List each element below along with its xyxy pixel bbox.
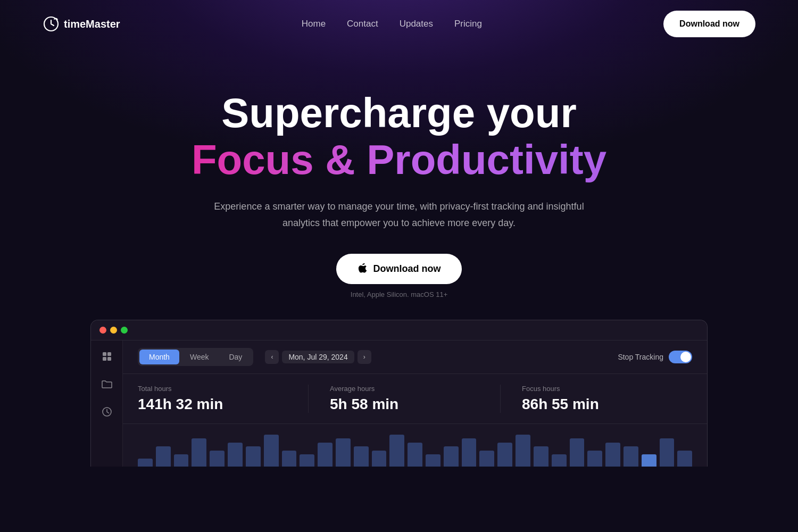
window-minimize-dot[interactable] (110, 327, 117, 334)
app-mockup: Month Week Day ‹ Mon, Jul 29, 2024 › Sto… (90, 320, 708, 467)
chart-bar (264, 435, 279, 467)
app-sidebar (91, 340, 123, 467)
chart-bar (534, 446, 548, 467)
apple-icon (358, 263, 368, 274)
nav-download-button[interactable]: Download now (663, 11, 755, 37)
chart-bar (246, 446, 261, 467)
stats-row: Total hours 141h 32 min Average hours 5h… (123, 374, 707, 424)
date-prev-button[interactable]: ‹ (265, 350, 279, 364)
stat-focus-value: 86h 55 min (522, 396, 671, 413)
date-navigation: ‹ Mon, Jul 29, 2024 › (265, 350, 371, 364)
svg-rect-1 (103, 352, 106, 356)
tab-week[interactable]: Week (180, 350, 219, 364)
stat-average-hours: Average hours 5h 58 min (308, 385, 500, 413)
chart-bar (426, 454, 440, 467)
stat-average-label: Average hours (330, 385, 479, 393)
chart-bar (605, 443, 620, 467)
sidebar-dashboard-icon[interactable] (99, 349, 114, 364)
chart-area (123, 424, 707, 467)
tracking-toggle[interactable] (669, 351, 692, 363)
stat-total-hours: Total hours 141h 32 min (138, 385, 308, 413)
app-body: Month Week Day ‹ Mon, Jul 29, 2024 › Sto… (91, 340, 707, 467)
tracking-control: Stop Tracking (618, 351, 692, 363)
chart-bar (570, 438, 585, 467)
chart-bar (624, 446, 638, 467)
sidebar-folder-icon[interactable] (99, 377, 114, 392)
hero-sub-text: Intel, Apple Silicon. macOS 11+ (0, 290, 798, 298)
navbar: timeMaster Home Contact Updates Pricing … (0, 0, 798, 48)
chart-bar (372, 451, 387, 467)
svg-rect-3 (103, 357, 106, 361)
svg-rect-4 (107, 357, 111, 361)
stat-focus-label: Focus hours (522, 385, 671, 393)
stat-total-value: 141h 32 min (138, 396, 287, 413)
stat-focus-hours: Focus hours 86h 55 min (500, 385, 692, 413)
hero-title-line2: Focus & Productivity (0, 136, 798, 184)
chart-bar (677, 451, 692, 467)
logo-text: timeMaster (64, 18, 120, 30)
chart-bar (282, 451, 297, 467)
window-close-dot[interactable] (99, 327, 106, 334)
nav-home[interactable]: Home (302, 19, 326, 29)
chart-bar (660, 438, 675, 467)
chart-bar (462, 438, 477, 467)
tab-month[interactable]: Month (139, 350, 179, 364)
window-maximize-dot[interactable] (121, 327, 128, 334)
hero-section: Supercharge your Focus & Productivity Ex… (0, 48, 798, 298)
hero-download-button[interactable]: Download now (336, 254, 462, 284)
chart-bar (138, 459, 153, 467)
svg-rect-2 (107, 352, 111, 356)
toggle-knob (680, 352, 691, 362)
chart-bar (336, 438, 351, 467)
tab-day[interactable]: Day (219, 350, 252, 364)
nav-pricing[interactable]: Pricing (454, 19, 482, 29)
chart-bar (228, 443, 243, 467)
app-main-content: Month Week Day ‹ Mon, Jul 29, 2024 › Sto… (123, 340, 707, 467)
period-tabs: Month Week Day (138, 348, 253, 366)
chart-bar (174, 454, 189, 467)
chart-bar (444, 446, 459, 467)
hero-download-label: Download now (373, 263, 441, 275)
chart-bar (210, 451, 225, 467)
app-toolbar: Month Week Day ‹ Mon, Jul 29, 2024 › Sto… (123, 340, 707, 374)
date-label: Mon, Jul 29, 2024 (282, 351, 354, 363)
tracking-label: Stop Tracking (618, 353, 663, 361)
chart-bar (389, 435, 404, 467)
chart-bar (300, 454, 314, 467)
stat-average-value: 5h 58 min (330, 396, 479, 413)
chart-bar (156, 446, 171, 467)
chart-bar (408, 443, 422, 467)
chart-bar (354, 446, 369, 467)
chart-bar (192, 438, 206, 467)
chart-bar (318, 443, 332, 467)
app-mockup-wrapper: Month Week Day ‹ Mon, Jul 29, 2024 › Sto… (0, 320, 798, 467)
nav-updates[interactable]: Updates (400, 19, 433, 29)
nav-links: Home Contact Updates Pricing (302, 19, 482, 29)
logo[interactable]: timeMaster (43, 15, 120, 32)
chart-bar (497, 443, 512, 467)
sidebar-clock-icon[interactable] (99, 404, 114, 419)
hero-title-line1: Supercharge your (0, 90, 798, 136)
hero-subtitle: Experience a smarter way to manage your … (207, 198, 591, 231)
app-titlebar (91, 320, 707, 340)
logo-icon (43, 15, 60, 32)
chart-bar (516, 435, 530, 467)
nav-contact[interactable]: Contact (347, 19, 378, 29)
chart-bar (642, 454, 656, 467)
chart-bar (479, 451, 494, 467)
chart-bar (587, 451, 602, 467)
chart-bar (552, 454, 567, 467)
stat-total-label: Total hours (138, 385, 287, 393)
date-next-button[interactable]: › (358, 350, 371, 364)
